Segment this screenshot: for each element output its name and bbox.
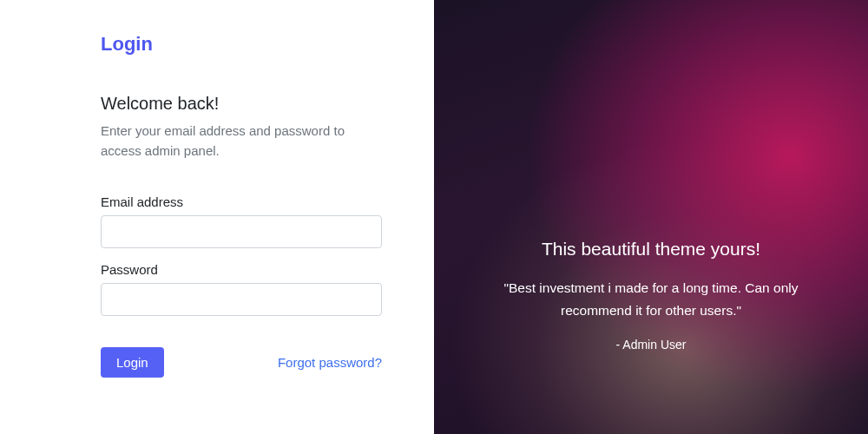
password-label: Password — [101, 262, 382, 277]
testimonial-author: - Admin User — [616, 338, 687, 352]
form-footer: Login Forgot password? — [101, 347, 382, 378]
forgot-password-link[interactable]: Forgot password? — [278, 355, 382, 370]
testimonial-title: This beautiful theme yours! — [542, 239, 760, 260]
email-field[interactable] — [101, 215, 382, 248]
welcome-subheading: Enter your email address and password to… — [101, 121, 382, 161]
welcome-heading: Welcome back! — [101, 94, 382, 114]
email-form-group: Email address — [101, 194, 382, 248]
password-field[interactable] — [101, 283, 382, 316]
password-form-group: Password — [101, 262, 382, 316]
login-button[interactable]: Login — [101, 347, 164, 378]
login-panel: Login Welcome back! Enter your email add… — [0, 0, 434, 434]
email-label: Email address — [101, 194, 382, 209]
brand-logo: Login — [101, 33, 382, 56]
testimonial-panel: This beautiful theme yours! "Best invest… — [434, 0, 868, 434]
testimonial-quote: "Best investment i made for a long time.… — [486, 277, 816, 321]
